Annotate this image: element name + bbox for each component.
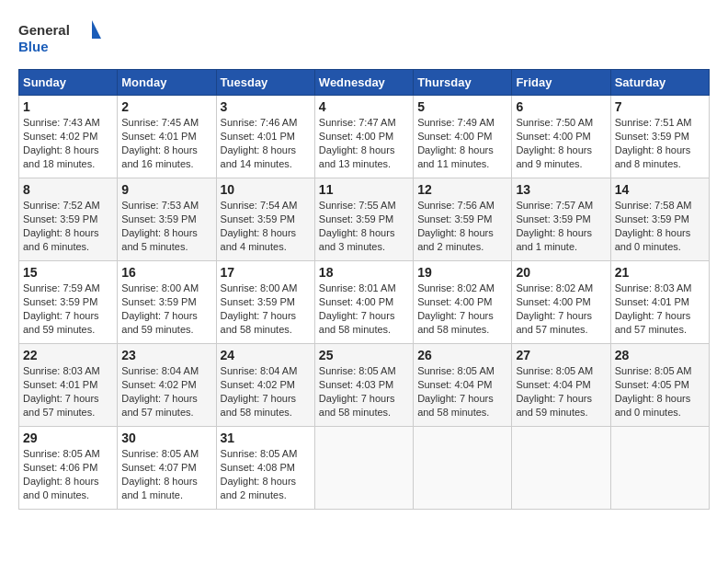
day-info: Sunrise: 7:57 AMSunset: 3:59 PMDaylight:… (516, 199, 606, 253)
calendar-cell: 28Sunrise: 8:05 AMSunset: 4:05 PMDayligh… (610, 344, 709, 427)
calendar-cell: 16Sunrise: 8:00 AMSunset: 3:59 PMDayligh… (118, 261, 216, 344)
calendar-cell: 2Sunrise: 7:45 AMSunset: 4:01 PMDaylight… (118, 96, 216, 178)
day-number: 28 (615, 348, 705, 362)
weekday-header-sunday: Sunday (19, 70, 118, 96)
calendar-cell: 14Sunrise: 7:58 AMSunset: 3:59 PMDayligh… (610, 178, 709, 261)
weekday-header-thursday: Thursday (414, 70, 512, 96)
calendar-cell: 19Sunrise: 8:02 AMSunset: 4:00 PMDayligh… (414, 261, 512, 344)
day-number: 31 (221, 431, 311, 445)
day-info: Sunrise: 8:05 AMSunset: 4:08 PMDaylight:… (221, 447, 311, 501)
svg-marker-2 (92, 20, 101, 39)
weekday-header-tuesday: Tuesday (216, 70, 314, 96)
day-info: Sunrise: 8:00 AMSunset: 3:59 PMDaylight:… (121, 282, 211, 336)
calendar-cell (314, 427, 413, 510)
calendar-cell: 26Sunrise: 8:05 AMSunset: 4:04 PMDayligh… (414, 344, 512, 427)
day-number: 24 (221, 348, 311, 362)
calendar-cell: 3Sunrise: 7:46 AMSunset: 4:01 PMDaylight… (216, 96, 314, 178)
day-number: 5 (417, 99, 507, 114)
day-info: Sunrise: 7:55 AMSunset: 3:59 PMDaylight:… (319, 199, 409, 253)
day-number: 2 (121, 99, 211, 114)
calendar-week-4: 22Sunrise: 8:03 AMSunset: 4:01 PMDayligh… (19, 344, 710, 427)
day-info: Sunrise: 8:04 AMSunset: 4:02 PMDaylight:… (121, 364, 211, 419)
calendar-table: SundayMondayTuesdayWednesdayThursdayFrid… (18, 69, 710, 510)
calendar-cell: 21Sunrise: 8:03 AMSunset: 4:01 PMDayligh… (610, 261, 709, 344)
calendar-cell: 7Sunrise: 7:51 AMSunset: 3:59 PMDaylight… (610, 96, 709, 178)
logo-svg: General Blue (18, 18, 101, 60)
day-number: 1 (23, 99, 113, 114)
day-info: Sunrise: 8:01 AMSunset: 4:00 PMDaylight:… (319, 282, 409, 336)
calendar-cell: 5Sunrise: 7:49 AMSunset: 4:00 PMDaylight… (414, 96, 512, 178)
calendar-cell: 30Sunrise: 8:05 AMSunset: 4:07 PMDayligh… (118, 427, 216, 510)
day-number: 14 (615, 182, 705, 197)
calendar-cell: 20Sunrise: 8:02 AMSunset: 4:00 PMDayligh… (512, 261, 610, 344)
day-number: 25 (319, 348, 409, 362)
day-info: Sunrise: 7:46 AMSunset: 4:01 PMDaylight:… (221, 116, 311, 170)
weekday-header-wednesday: Wednesday (314, 70, 413, 96)
calendar-week-3: 15Sunrise: 7:59 AMSunset: 3:59 PMDayligh… (19, 261, 710, 344)
calendar-cell: 31Sunrise: 8:05 AMSunset: 4:08 PMDayligh… (216, 427, 314, 510)
day-info: Sunrise: 8:03 AMSunset: 4:01 PMDaylight:… (23, 364, 113, 419)
calendar-cell: 11Sunrise: 7:55 AMSunset: 3:59 PMDayligh… (314, 178, 413, 261)
day-info: Sunrise: 7:58 AMSunset: 3:59 PMDaylight:… (615, 199, 705, 253)
day-info: Sunrise: 7:43 AMSunset: 4:02 PMDaylight:… (23, 116, 113, 170)
weekday-header-friday: Friday (512, 70, 610, 96)
calendar-cell (512, 427, 610, 510)
calendar-cell: 4Sunrise: 7:47 AMSunset: 4:00 PMDaylight… (314, 96, 413, 178)
calendar-cell: 24Sunrise: 8:04 AMSunset: 4:02 PMDayligh… (216, 344, 314, 427)
day-info: Sunrise: 7:54 AMSunset: 3:59 PMDaylight:… (221, 199, 311, 253)
calendar-cell: 1Sunrise: 7:43 AMSunset: 4:02 PMDaylight… (19, 96, 118, 178)
day-info: Sunrise: 8:04 AMSunset: 4:02 PMDaylight:… (221, 364, 311, 419)
day-info: Sunrise: 8:00 AMSunset: 3:59 PMDaylight:… (221, 282, 311, 336)
calendar-cell: 25Sunrise: 8:05 AMSunset: 4:03 PMDayligh… (314, 344, 413, 427)
svg-text:General: General (18, 22, 70, 38)
day-number: 12 (417, 182, 507, 197)
day-info: Sunrise: 8:03 AMSunset: 4:01 PMDaylight:… (615, 282, 705, 336)
calendar-cell: 22Sunrise: 8:03 AMSunset: 4:01 PMDayligh… (19, 344, 118, 427)
calendar-cell (610, 427, 709, 510)
day-number: 17 (221, 265, 311, 280)
day-number: 4 (319, 99, 409, 114)
day-number: 18 (319, 265, 409, 280)
day-info: Sunrise: 7:50 AMSunset: 4:00 PMDaylight:… (516, 116, 606, 170)
day-info: Sunrise: 8:05 AMSunset: 4:04 PMDaylight:… (417, 364, 507, 419)
day-info: Sunrise: 8:02 AMSunset: 4:00 PMDaylight:… (417, 282, 507, 336)
day-info: Sunrise: 7:59 AMSunset: 3:59 PMDaylight:… (23, 282, 113, 336)
calendar-cell: 12Sunrise: 7:56 AMSunset: 3:59 PMDayligh… (414, 178, 512, 261)
day-info: Sunrise: 8:02 AMSunset: 4:00 PMDaylight:… (516, 282, 606, 336)
calendar-week-1: 1Sunrise: 7:43 AMSunset: 4:02 PMDaylight… (19, 96, 710, 178)
day-number: 23 (121, 348, 211, 362)
day-info: Sunrise: 7:53 AMSunset: 3:59 PMDaylight:… (121, 199, 211, 253)
day-info: Sunrise: 8:05 AMSunset: 4:04 PMDaylight:… (516, 364, 606, 419)
day-number: 29 (23, 431, 113, 445)
day-number: 15 (23, 265, 113, 280)
day-number: 16 (121, 265, 211, 280)
calendar-cell: 15Sunrise: 7:59 AMSunset: 3:59 PMDayligh… (19, 261, 118, 344)
day-info: Sunrise: 7:45 AMSunset: 4:01 PMDaylight:… (121, 116, 211, 170)
calendar-cell: 18Sunrise: 8:01 AMSunset: 4:00 PMDayligh… (314, 261, 413, 344)
day-info: Sunrise: 7:52 AMSunset: 3:59 PMDaylight:… (23, 199, 113, 253)
day-info: Sunrise: 7:47 AMSunset: 4:00 PMDaylight:… (319, 116, 409, 170)
weekday-header-saturday: Saturday (610, 70, 709, 96)
calendar-cell: 13Sunrise: 7:57 AMSunset: 3:59 PMDayligh… (512, 178, 610, 261)
weekday-header-monday: Monday (118, 70, 216, 96)
calendar-cell: 29Sunrise: 8:05 AMSunset: 4:06 PMDayligh… (19, 427, 118, 510)
day-info: Sunrise: 8:05 AMSunset: 4:05 PMDaylight:… (615, 364, 705, 419)
calendar-cell: 27Sunrise: 8:05 AMSunset: 4:04 PMDayligh… (512, 344, 610, 427)
day-number: 21 (615, 265, 705, 280)
day-number: 10 (221, 182, 311, 197)
day-number: 13 (516, 182, 606, 197)
day-number: 22 (23, 348, 113, 362)
day-number: 9 (121, 182, 211, 197)
day-number: 27 (516, 348, 606, 362)
calendar-cell: 17Sunrise: 8:00 AMSunset: 3:59 PMDayligh… (216, 261, 314, 344)
day-number: 20 (516, 265, 606, 280)
weekday-header-row: SundayMondayTuesdayWednesdayThursdayFrid… (19, 70, 710, 96)
day-number: 7 (615, 99, 705, 114)
page-header: General Blue (18, 18, 710, 60)
calendar-cell: 10Sunrise: 7:54 AMSunset: 3:59 PMDayligh… (216, 178, 314, 261)
calendar-week-5: 29Sunrise: 8:05 AMSunset: 4:06 PMDayligh… (19, 427, 710, 510)
day-number: 8 (23, 182, 113, 197)
day-number: 26 (417, 348, 507, 362)
day-number: 3 (221, 99, 311, 114)
day-info: Sunrise: 7:51 AMSunset: 3:59 PMDaylight:… (615, 116, 705, 170)
